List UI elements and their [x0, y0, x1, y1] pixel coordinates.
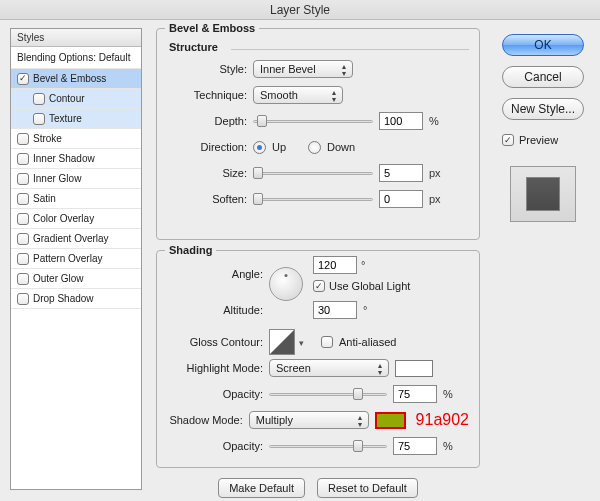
bevel-emboss-panel: Bevel & Emboss Structure Style: Inner Be… [156, 28, 480, 498]
soften-label: Soften: [167, 193, 247, 205]
soften-slider[interactable] [253, 192, 373, 206]
global-light-label: Use Global Light [329, 280, 410, 292]
new-style-button[interactable]: New Style... [502, 98, 584, 120]
checkbox-bevel-emboss[interactable] [17, 73, 29, 85]
shading-heading: Shading [165, 244, 216, 256]
sidebar-header[interactable]: Styles [11, 29, 141, 47]
technique-label: Technique: [167, 89, 247, 101]
shading-fieldset: Shading Angle: ° Use Global Light [156, 250, 480, 468]
highlight-opacity-label: Opacity: [167, 388, 263, 400]
checkbox-gradient-overlay[interactable] [17, 233, 29, 245]
bevel-emboss-fieldset: Bevel & Emboss Structure Style: Inner Be… [156, 28, 480, 240]
effects-sidebar: Styles Blending Options: Default Bevel &… [10, 28, 142, 490]
soften-unit: px [429, 193, 441, 205]
preview-thumb-inner [526, 177, 560, 211]
sidebar-item-drop-shadow[interactable]: Drop Shadow [11, 289, 141, 309]
size-unit: px [429, 167, 441, 179]
checkbox-satin[interactable] [17, 193, 29, 205]
sidebar-item-label: Satin [33, 193, 56, 204]
altitude-label: Altitude: [167, 304, 263, 316]
shadow-opacity-input[interactable] [393, 437, 437, 455]
checkbox-texture[interactable] [33, 113, 45, 125]
sidebar-item-bevel-emboss[interactable]: Bevel & Emboss [11, 69, 141, 89]
sidebar-item-contour[interactable]: Contour [11, 89, 141, 109]
angle-unit: ° [361, 259, 365, 271]
soften-input[interactable] [379, 190, 423, 208]
checkbox-global-light[interactable] [313, 280, 325, 292]
sidebar-item-inner-glow[interactable]: Inner Glow [11, 169, 141, 189]
structure-heading: Structure [169, 41, 469, 53]
checkbox-inner-glow[interactable] [17, 173, 29, 185]
sidebar-blending-options[interactable]: Blending Options: Default [11, 47, 141, 69]
altitude-input[interactable] [313, 301, 357, 319]
technique-select[interactable]: Smooth ▴▾ [253, 86, 343, 104]
checkbox-pattern-overlay[interactable] [17, 253, 29, 265]
depth-unit: % [429, 115, 439, 127]
style-label: Style: [167, 63, 247, 75]
direction-up-label: Up [272, 141, 286, 153]
sidebar-item-label: Inner Glow [33, 173, 81, 184]
caret-icon: ▴▾ [330, 89, 338, 103]
shadow-color-swatch[interactable] [375, 412, 406, 429]
altitude-unit: ° [363, 304, 367, 316]
sidebar-item-texture[interactable]: Texture [11, 109, 141, 129]
preview-toggle[interactable]: Preview [502, 134, 584, 146]
sidebar-item-label: Stroke [33, 133, 62, 144]
shadow-mode-label: Shadow Mode: [167, 414, 243, 426]
depth-input[interactable] [379, 112, 423, 130]
size-slider[interactable] [253, 166, 373, 180]
sidebar-item-outer-glow[interactable]: Outer Glow [11, 269, 141, 289]
highlight-opacity-input[interactable] [393, 385, 437, 403]
checkbox-preview[interactable] [502, 134, 514, 146]
sidebar-item-gradient-overlay[interactable]: Gradient Overlay [11, 229, 141, 249]
shadow-mode-select[interactable]: Multiply ▴▾ [249, 411, 369, 429]
highlight-mode-value: Screen [276, 362, 311, 374]
sidebar-item-pattern-overlay[interactable]: Pattern Overlay [11, 249, 141, 269]
style-select[interactable]: Inner Bevel ▴▾ [253, 60, 353, 78]
gloss-contour-picker[interactable]: ▾ [269, 329, 295, 355]
highlight-opacity-slider[interactable] [269, 387, 387, 401]
preview-thumbnail [510, 166, 576, 222]
caret-icon: ▴▾ [356, 414, 364, 428]
direction-label: Direction: [167, 141, 247, 153]
sidebar-item-label: Inner Shadow [33, 153, 95, 164]
ok-button[interactable]: OK [502, 34, 584, 56]
caret-icon: ▴▾ [376, 362, 384, 376]
shadow-opacity-slider[interactable] [269, 439, 387, 453]
angle-dial[interactable] [269, 267, 303, 301]
checkbox-color-overlay[interactable] [17, 213, 29, 225]
checkbox-inner-shadow[interactable] [17, 153, 29, 165]
sidebar-item-label: Color Overlay [33, 213, 94, 224]
angle-label: Angle: [167, 268, 263, 280]
cancel-button[interactable]: Cancel [502, 66, 584, 88]
sidebar-item-inner-shadow[interactable]: Inner Shadow [11, 149, 141, 169]
sidebar-item-satin[interactable]: Satin [11, 189, 141, 209]
reset-default-button[interactable]: Reset to Default [317, 478, 418, 498]
shadow-color-annotation: 91a902 [416, 411, 469, 429]
window-content: Styles Blending Options: Default Bevel &… [0, 20, 600, 501]
right-column: OK Cancel New Style... Preview [500, 34, 586, 222]
checkbox-stroke[interactable] [17, 133, 29, 145]
depth-slider[interactable] [253, 114, 373, 128]
make-default-button[interactable]: Make Default [218, 478, 305, 498]
default-buttons-row: Make Default Reset to Default [156, 478, 480, 498]
checkbox-outer-glow[interactable] [17, 273, 29, 285]
angle-input[interactable] [313, 256, 357, 274]
chevron-down-icon: ▾ [299, 338, 304, 348]
sidebar-item-color-overlay[interactable]: Color Overlay [11, 209, 141, 229]
style-value: Inner Bevel [260, 63, 316, 75]
sidebar-item-label: Bevel & Emboss [33, 73, 106, 84]
checkbox-antialiased[interactable] [321, 336, 333, 348]
size-input[interactable] [379, 164, 423, 182]
checkbox-contour[interactable] [33, 93, 45, 105]
highlight-color-swatch[interactable] [395, 360, 433, 377]
highlight-mode-select[interactable]: Screen ▴▾ [269, 359, 389, 377]
sidebar-item-label: Outer Glow [33, 273, 84, 284]
sidebar-item-label: Gradient Overlay [33, 233, 109, 244]
direction-up-radio[interactable] [253, 141, 266, 154]
sidebar-item-label: Drop Shadow [33, 293, 94, 304]
caret-icon: ▴▾ [340, 63, 348, 77]
direction-down-radio[interactable] [308, 141, 321, 154]
checkbox-drop-shadow[interactable] [17, 293, 29, 305]
sidebar-item-stroke[interactable]: Stroke [11, 129, 141, 149]
